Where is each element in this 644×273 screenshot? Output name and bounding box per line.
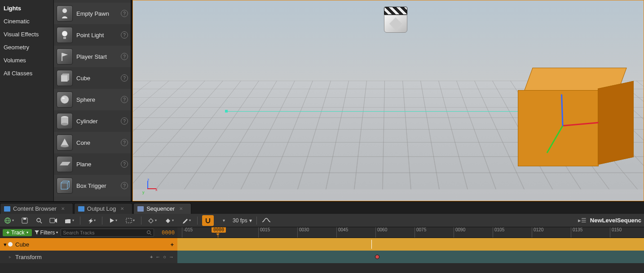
svg-rect-19 xyxy=(23,218,26,220)
place-item-box-trigger[interactable]: Box Trigger? xyxy=(54,175,131,196)
info-icon[interactable]: ? xyxy=(121,10,128,17)
expand-icon[interactable]: ▾ xyxy=(4,241,8,248)
info-icon[interactable]: ? xyxy=(121,31,128,39)
save-button[interactable] xyxy=(20,216,30,225)
find-in-content-button[interactable] xyxy=(34,216,44,225)
track-label: Cube xyxy=(15,241,29,248)
category-volumes[interactable]: Volumes xyxy=(0,54,53,67)
svg-rect-14 xyxy=(4,206,10,212)
category-geometry[interactable]: Geometry xyxy=(0,41,53,54)
place-item-player-start[interactable]: Player Start? xyxy=(54,46,131,67)
place-thumb-icon xyxy=(57,134,73,151)
ruler-tick: 0030 xyxy=(297,227,309,238)
sequence-name[interactable]: NewLevelSequenc xyxy=(590,217,641,224)
curve-editor-button[interactable] xyxy=(261,216,271,225)
transform-gizmo[interactable] xyxy=(536,98,590,152)
category-visual-effects[interactable]: Visual Effects xyxy=(0,28,53,41)
place-item-empty-pawn[interactable]: Empty Pawn? xyxy=(54,3,131,24)
svg-point-20 xyxy=(37,218,40,222)
place-item-sphere[interactable]: Sphere? xyxy=(54,89,131,110)
info-icon[interactable]: ? xyxy=(121,117,128,125)
svg-rect-25 xyxy=(126,218,132,223)
close-icon[interactable]: ✕ xyxy=(179,206,183,211)
category-lights[interactable]: Lights xyxy=(0,2,53,15)
snap-toggle-button[interactable] xyxy=(202,215,214,226)
info-icon[interactable]: ? xyxy=(121,53,128,60)
category-cinematic[interactable]: Cinematic xyxy=(0,15,53,28)
svg-point-28 xyxy=(147,230,150,234)
place-item-cylinder[interactable]: Cylinder? xyxy=(54,110,131,132)
svg-point-12 xyxy=(61,145,69,147)
search-tracks-field[interactable] xyxy=(61,229,154,237)
ruler-tick: 0015 xyxy=(258,227,270,238)
add-section-button[interactable]: + xyxy=(170,241,174,248)
place-thumb-icon xyxy=(57,27,73,43)
place-item-label: Cube xyxy=(76,75,117,82)
close-icon[interactable]: ✕ xyxy=(61,206,65,211)
place-item-cube[interactable]: Cube? xyxy=(54,67,131,89)
bottom-panel-tabs: Content Browser✕Output Log✕Sequencer✕ xyxy=(0,201,644,214)
tab-icon xyxy=(78,206,84,212)
ruler-tick: 0105 xyxy=(493,227,504,238)
key-marker-icon[interactable]: ○ xyxy=(163,254,166,260)
fps-dropdown[interactable]: 30 fps▾ xyxy=(233,217,252,224)
place-item-cone[interactable]: Cone? xyxy=(54,132,131,153)
director-dropdown-button[interactable]: ▾ xyxy=(63,216,75,225)
track-lane-transform[interactable] xyxy=(177,251,644,263)
svg-rect-6 xyxy=(61,75,67,82)
level-viewport[interactable]: z x y xyxy=(132,0,644,201)
current-frame-display[interactable]: 0000 xyxy=(157,230,175,236)
tab-output-log[interactable]: Output Log✕ xyxy=(74,203,132,214)
edit-options-dropdown-button[interactable]: ▾ xyxy=(180,216,193,225)
next-key-button[interactable]: → xyxy=(169,254,174,260)
ruler-tick: 0150 xyxy=(610,227,622,238)
tab-content-browser[interactable]: Content Browser✕ xyxy=(0,203,73,214)
svg-rect-22 xyxy=(50,218,55,223)
filters-dropdown[interactable]: Filters▾ xyxy=(35,230,58,236)
place-thumb-icon xyxy=(57,91,73,108)
add-key-button[interactable]: + xyxy=(150,254,153,260)
ruler-tick: 0060 xyxy=(375,227,387,238)
snap-options-dropdown[interactable]: ▾ xyxy=(218,216,228,225)
timeline-ruler[interactable]: -015001500300045006000750090010501200135… xyxy=(177,227,644,238)
render-movie-button[interactable] xyxy=(49,216,58,225)
ruler-tick: 0090 xyxy=(454,227,465,238)
search-tracks-input[interactable] xyxy=(63,230,146,235)
autokey-dropdown-button[interactable]: ▾ xyxy=(163,216,176,225)
info-icon[interactable]: ? xyxy=(121,74,128,82)
tab-sequencer[interactable]: Sequencer✕ xyxy=(133,203,191,214)
track-header-cube[interactable]: ▾ Cube + xyxy=(0,238,177,251)
tab-icon xyxy=(137,206,144,212)
place-item-plane[interactable]: Plane? xyxy=(54,153,131,175)
place-item-point-light[interactable]: Point Light? xyxy=(54,24,131,46)
svg-line-21 xyxy=(40,221,42,223)
place-item-label: Cylinder xyxy=(76,118,117,125)
transform-keyframe[interactable] xyxy=(375,255,379,259)
place-thumb-icon xyxy=(57,70,73,86)
info-icon[interactable]: ? xyxy=(121,96,128,103)
key-interpolation-dropdown-button[interactable]: ▾ xyxy=(146,216,159,225)
info-icon[interactable]: ? xyxy=(121,160,128,168)
world-dropdown-button[interactable]: ▾ xyxy=(3,216,15,225)
play-dropdown-button[interactable]: ▾ xyxy=(107,216,119,225)
playhead[interactable] xyxy=(218,227,218,238)
place-thumb-icon xyxy=(57,113,73,129)
category-all-classes[interactable]: All Classes xyxy=(0,67,53,80)
info-icon[interactable]: ? xyxy=(121,182,128,189)
place-thumb-icon xyxy=(57,156,73,172)
add-track-button[interactable]: +Track▾ xyxy=(3,229,32,236)
place-actors-categories: LightsCinematicVisual EffectsGeometryVol… xyxy=(0,0,54,201)
track-header-transform[interactable]: ▹ Transform + ← ○ → xyxy=(0,251,177,263)
place-thumb-icon xyxy=(57,48,73,65)
breadcrumb-icon[interactable]: ▸☰ xyxy=(578,217,587,224)
cine-camera-icon[interactable] xyxy=(384,7,407,33)
marquee-dropdown-button[interactable]: ▾ xyxy=(124,216,137,225)
expand-icon[interactable]: ▹ xyxy=(9,255,13,259)
close-icon[interactable]: ✕ xyxy=(120,206,124,211)
svg-point-3 xyxy=(62,31,67,36)
track-lane-cube[interactable] xyxy=(177,238,644,251)
info-icon[interactable]: ? xyxy=(121,139,128,146)
ruler-tick: 0120 xyxy=(532,227,543,238)
prev-key-button[interactable]: ← xyxy=(155,254,160,260)
actions-dropdown-button[interactable]: ▾ xyxy=(85,216,97,225)
